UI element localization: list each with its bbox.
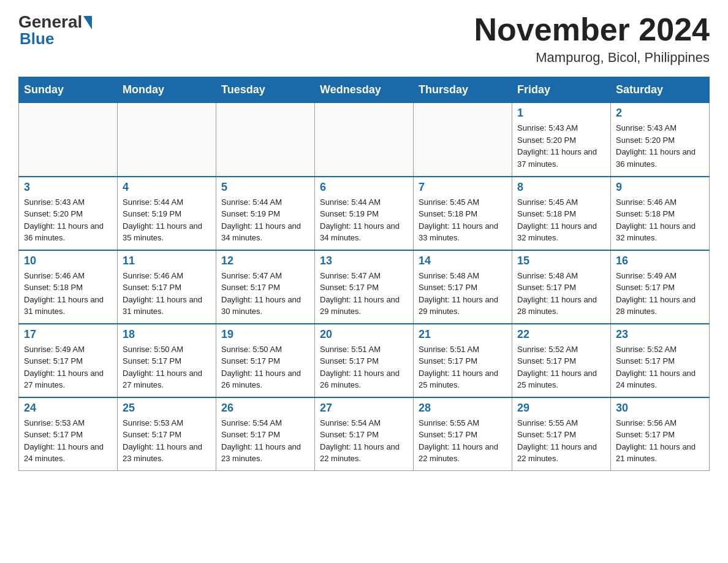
day-info: Sunrise: 5:53 AMSunset: 5:17 PMDaylight:…: [123, 417, 211, 465]
calendar-cell: 11Sunrise: 5:46 AMSunset: 5:17 PMDayligh…: [118, 250, 216, 324]
day-info: Sunrise: 5:48 AMSunset: 5:17 PMDaylight:…: [517, 270, 605, 318]
day-number: 20: [320, 328, 408, 341]
day-number: 6: [320, 181, 408, 194]
col-header-wednesday: Wednesday: [315, 77, 414, 103]
day-info: Sunrise: 5:53 AMSunset: 5:17 PMDaylight:…: [24, 417, 112, 465]
calendar-cell: 18Sunrise: 5:50 AMSunset: 5:17 PMDayligh…: [118, 324, 216, 397]
day-info: Sunrise: 5:43 AMSunset: 5:20 PMDaylight:…: [616, 122, 704, 170]
calendar-header-row: SundayMondayTuesdayWednesdayThursdayFrid…: [19, 77, 710, 103]
day-info: Sunrise: 5:47 AMSunset: 5:17 PMDaylight:…: [320, 270, 408, 318]
calendar-cell: 30Sunrise: 5:56 AMSunset: 5:17 PMDayligh…: [611, 397, 710, 471]
title-block: November 2024 Mampurog, Bicol, Philippin…: [474, 12, 710, 66]
day-number: 13: [320, 255, 408, 267]
day-info: Sunrise: 5:45 AMSunset: 5:18 PMDaylight:…: [517, 196, 605, 244]
calendar-cell: 15Sunrise: 5:48 AMSunset: 5:17 PMDayligh…: [512, 250, 611, 324]
day-info: Sunrise: 5:55 AMSunset: 5:17 PMDaylight:…: [419, 417, 507, 465]
calendar-cell: 8Sunrise: 5:45 AMSunset: 5:18 PMDaylight…: [512, 177, 611, 250]
day-info: Sunrise: 5:52 AMSunset: 5:17 PMDaylight:…: [616, 343, 704, 391]
calendar-cell: 22Sunrise: 5:52 AMSunset: 5:17 PMDayligh…: [512, 324, 611, 397]
calendar-table: SundayMondayTuesdayWednesdayThursdayFrid…: [18, 77, 710, 471]
day-number: 28: [419, 402, 507, 415]
logo-arrow-icon: [83, 16, 92, 29]
calendar-cell: [19, 103, 118, 177]
calendar-cell: 7Sunrise: 5:45 AMSunset: 5:18 PMDaylight…: [414, 177, 512, 250]
calendar-cell: 4Sunrise: 5:44 AMSunset: 5:19 PMDaylight…: [118, 177, 216, 250]
day-number: 16: [616, 255, 704, 267]
calendar-cell: 26Sunrise: 5:54 AMSunset: 5:17 PMDayligh…: [216, 397, 315, 471]
calendar-cell: 20Sunrise: 5:51 AMSunset: 5:17 PMDayligh…: [315, 324, 414, 397]
calendar-cell: 5Sunrise: 5:44 AMSunset: 5:19 PMDaylight…: [216, 177, 315, 250]
day-number: 15: [517, 255, 605, 267]
calendar-cell: [118, 103, 216, 177]
day-info: Sunrise: 5:46 AMSunset: 5:18 PMDaylight:…: [616, 196, 704, 244]
calendar-week-row: 10Sunrise: 5:46 AMSunset: 5:18 PMDayligh…: [19, 250, 710, 324]
day-info: Sunrise: 5:55 AMSunset: 5:17 PMDaylight:…: [517, 417, 605, 465]
day-info: Sunrise: 5:46 AMSunset: 5:17 PMDaylight:…: [123, 270, 211, 318]
day-info: Sunrise: 5:47 AMSunset: 5:17 PMDaylight:…: [221, 270, 309, 318]
day-number: 29: [517, 402, 605, 415]
day-info: Sunrise: 5:49 AMSunset: 5:17 PMDaylight:…: [24, 343, 112, 391]
day-number: 1: [517, 107, 605, 120]
calendar-week-row: 17Sunrise: 5:49 AMSunset: 5:17 PMDayligh…: [19, 324, 710, 397]
col-header-saturday: Saturday: [611, 77, 710, 103]
day-info: Sunrise: 5:50 AMSunset: 5:17 PMDaylight:…: [221, 343, 309, 391]
day-number: 18: [123, 328, 211, 341]
col-header-tuesday: Tuesday: [216, 77, 315, 103]
calendar-cell: 17Sunrise: 5:49 AMSunset: 5:17 PMDayligh…: [19, 324, 118, 397]
calendar-cell: 28Sunrise: 5:55 AMSunset: 5:17 PMDayligh…: [414, 397, 512, 471]
day-number: 3: [24, 181, 112, 194]
calendar-cell: 2Sunrise: 5:43 AMSunset: 5:20 PMDaylight…: [611, 103, 710, 177]
calendar-cell: 10Sunrise: 5:46 AMSunset: 5:18 PMDayligh…: [19, 250, 118, 324]
calendar-cell: 12Sunrise: 5:47 AMSunset: 5:17 PMDayligh…: [216, 250, 315, 324]
month-title: November 2024: [474, 12, 710, 47]
day-number: 24: [24, 402, 112, 415]
day-info: Sunrise: 5:56 AMSunset: 5:17 PMDaylight:…: [616, 417, 704, 465]
calendar-cell: 9Sunrise: 5:46 AMSunset: 5:18 PMDaylight…: [611, 177, 710, 250]
calendar-cell: 3Sunrise: 5:43 AMSunset: 5:20 PMDaylight…: [19, 177, 118, 250]
day-info: Sunrise: 5:49 AMSunset: 5:17 PMDaylight:…: [616, 270, 704, 318]
calendar-cell: 24Sunrise: 5:53 AMSunset: 5:17 PMDayligh…: [19, 397, 118, 471]
calendar-cell: [216, 103, 315, 177]
day-number: 14: [419, 255, 507, 267]
calendar-cell: 27Sunrise: 5:54 AMSunset: 5:17 PMDayligh…: [315, 397, 414, 471]
calendar-cell: [414, 103, 512, 177]
logo-blue: Blue: [20, 29, 54, 48]
day-number: 30: [616, 402, 704, 415]
calendar-cell: 1Sunrise: 5:43 AMSunset: 5:20 PMDaylight…: [512, 103, 611, 177]
day-info: Sunrise: 5:44 AMSunset: 5:19 PMDaylight:…: [123, 196, 211, 244]
day-number: 9: [616, 181, 704, 194]
day-info: Sunrise: 5:48 AMSunset: 5:17 PMDaylight:…: [419, 270, 507, 318]
day-number: 2: [616, 107, 704, 120]
day-info: Sunrise: 5:54 AMSunset: 5:17 PMDaylight:…: [221, 417, 309, 465]
day-info: Sunrise: 5:44 AMSunset: 5:19 PMDaylight:…: [221, 196, 309, 244]
logo: General Blue: [18, 12, 92, 48]
calendar-cell: 13Sunrise: 5:47 AMSunset: 5:17 PMDayligh…: [315, 250, 414, 324]
day-info: Sunrise: 5:43 AMSunset: 5:20 PMDaylight:…: [517, 122, 605, 170]
col-header-monday: Monday: [118, 77, 216, 103]
col-header-thursday: Thursday: [414, 77, 512, 103]
calendar-week-row: 24Sunrise: 5:53 AMSunset: 5:17 PMDayligh…: [19, 397, 710, 471]
calendar-week-row: 3Sunrise: 5:43 AMSunset: 5:20 PMDaylight…: [19, 177, 710, 250]
day-info: Sunrise: 5:51 AMSunset: 5:17 PMDaylight:…: [419, 343, 507, 391]
day-info: Sunrise: 5:50 AMSunset: 5:17 PMDaylight:…: [123, 343, 211, 391]
calendar-cell: 25Sunrise: 5:53 AMSunset: 5:17 PMDayligh…: [118, 397, 216, 471]
day-number: 21: [419, 328, 507, 341]
calendar-cell: 6Sunrise: 5:44 AMSunset: 5:19 PMDaylight…: [315, 177, 414, 250]
calendar-cell: 19Sunrise: 5:50 AMSunset: 5:17 PMDayligh…: [216, 324, 315, 397]
day-info: Sunrise: 5:43 AMSunset: 5:20 PMDaylight:…: [24, 196, 112, 244]
day-info: Sunrise: 5:54 AMSunset: 5:17 PMDaylight:…: [320, 417, 408, 465]
day-number: 19: [221, 328, 309, 341]
day-number: 4: [123, 181, 211, 194]
day-number: 22: [517, 328, 605, 341]
day-number: 10: [24, 255, 112, 267]
day-number: 5: [221, 181, 309, 194]
day-number: 11: [123, 255, 211, 267]
calendar-cell: 29Sunrise: 5:55 AMSunset: 5:17 PMDayligh…: [512, 397, 611, 471]
location-title: Mampurog, Bicol, Philippines: [474, 50, 710, 66]
calendar-cell: [315, 103, 414, 177]
day-number: 17: [24, 328, 112, 341]
calendar-cell: 21Sunrise: 5:51 AMSunset: 5:17 PMDayligh…: [414, 324, 512, 397]
day-info: Sunrise: 5:52 AMSunset: 5:17 PMDaylight:…: [517, 343, 605, 391]
day-number: 25: [123, 402, 211, 415]
day-info: Sunrise: 5:51 AMSunset: 5:17 PMDaylight:…: [320, 343, 408, 391]
